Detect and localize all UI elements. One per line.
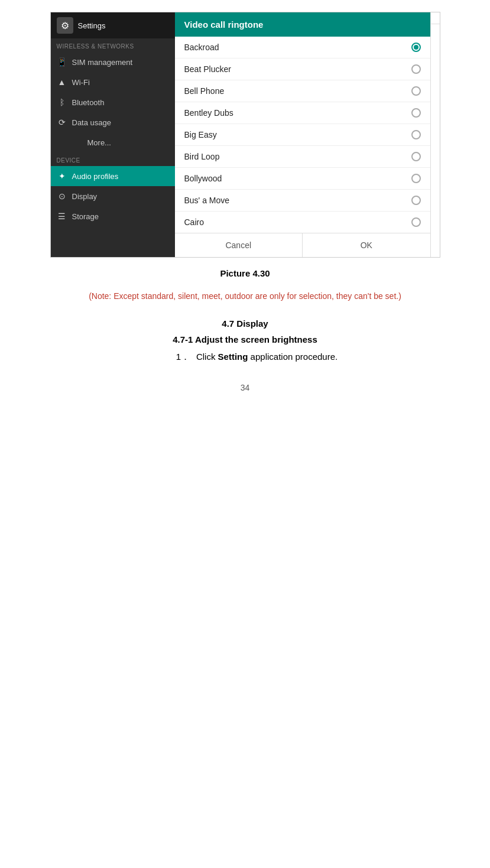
- radio-birdloop[interactable]: [411, 152, 421, 161]
- sidebar-item-label-storage: Storage: [72, 212, 99, 221]
- ringtone-name-busamove: Bus' a Move: [184, 196, 230, 205]
- ringtone-name-bigeasy: Big Easy: [184, 130, 217, 139]
- ringtone-item-busamove[interactable]: Bus' a Move: [175, 190, 430, 212]
- sidebar-title: Settings: [78, 21, 106, 30]
- caption-area: Picture 4.30: [50, 268, 440, 278]
- ringtone-name-beatplucker: Beat Plucker: [184, 64, 231, 74]
- sidebar-item-label-data: Data usage: [72, 118, 112, 127]
- sidebar-item-display[interactable]: ⊙ Display: [51, 186, 175, 206]
- radio-bollywood[interactable]: [411, 174, 421, 183]
- ringtone-item-cairo[interactable]: Cairo: [175, 212, 430, 233]
- caption-text: Picture 4.30: [220, 268, 270, 278]
- radio-cairo[interactable]: [411, 217, 421, 227]
- sidebar-item-audio[interactable]: ✦ Audio profiles: [51, 166, 175, 186]
- wifi-icon: ▲: [57, 77, 67, 87]
- sidebar-item-label-audio: Audio profiles: [72, 172, 119, 181]
- sidebar-item-label-wifi: Wi-Fi: [72, 78, 90, 87]
- bluetooth-icon: ᛒ: [57, 97, 67, 108]
- ringtone-name-bellphone: Bell Phone: [184, 86, 225, 96]
- sidebar: ⚙ Settings WIRELESS & NETWORKS 📱 SIM man…: [51, 12, 175, 257]
- radio-bellphone[interactable]: [411, 86, 421, 96]
- section-device-label: DEVICE: [51, 152, 175, 166]
- more-icon: [72, 137, 83, 148]
- data-icon: ⟳: [57, 117, 67, 128]
- step-1: 1． Click Setting application procedure.: [176, 352, 338, 363]
- sidebar-item-bluetooth[interactable]: ᛒ Bluetooth: [51, 92, 175, 112]
- sidebar-item-label-display: Display: [72, 192, 98, 201]
- sidebar-item-data[interactable]: ⟳ Data usage: [51, 112, 175, 132]
- settings-icon: ⚙: [57, 17, 73, 34]
- step1-bold-setting: Setting: [218, 352, 248, 362]
- sidebar-item-label-bluetooth: Bluetooth: [72, 98, 105, 107]
- sidebar-item-more[interactable]: More...: [51, 132, 175, 152]
- display-icon: ⊙: [57, 191, 67, 201]
- audio-icon: ✦: [57, 171, 67, 181]
- radio-bigeasy[interactable]: [411, 130, 421, 139]
- page-number: 34: [241, 383, 250, 392]
- radio-backroad[interactable]: [411, 43, 421, 52]
- dialog-panel: Video call ringtone Backroad Beat Plucke…: [175, 12, 430, 257]
- cancel-button[interactable]: Cancel: [175, 233, 303, 257]
- radio-beatplucker[interactable]: [411, 64, 421, 74]
- section-47-heading: 4.7 Display: [222, 318, 268, 329]
- radio-busamove[interactable]: [411, 196, 421, 205]
- sidebar-item-wifi[interactable]: ▲ Wi-Fi: [51, 72, 175, 92]
- right-border-strip: [430, 12, 440, 257]
- step-number: 1．: [176, 352, 194, 363]
- ringtone-name-bentleydubs: Bentley Dubs: [184, 108, 233, 118]
- sidebar-item-storage[interactable]: ☰ Storage: [51, 206, 175, 226]
- storage-icon: ☰: [57, 211, 67, 222]
- sim-icon: 📱: [57, 57, 67, 67]
- dialog-title: Video call ringtone: [175, 12, 430, 37]
- ringtone-name-backroad: Backroad: [184, 43, 219, 52]
- sidebar-item-label-sim: SIM management: [72, 58, 133, 67]
- sidebar-item-sim[interactable]: 📱 SIM management: [51, 52, 175, 72]
- sidebar-item-label-more: More...: [87, 138, 111, 147]
- ringtone-name-bollywood: Bollywood: [184, 174, 222, 183]
- section-471-heading: 4.7-1 Adjust the screen brightness: [173, 334, 317, 344]
- ringtone-list: Backroad Beat Plucker Bell Phone Bentley…: [175, 37, 430, 233]
- note-text: (Note: Except standard, silent, meet, ou…: [89, 291, 401, 301]
- step1-suffix: application procedure.: [248, 352, 338, 362]
- ringtone-item-bollywood[interactable]: Bollywood: [175, 168, 430, 190]
- section-wireless-label: WIRELESS & NETWORKS: [51, 38, 175, 52]
- sidebar-header: ⚙ Settings: [51, 12, 175, 38]
- ok-button[interactable]: OK: [302, 233, 430, 257]
- screenshot: ⚙ Settings WIRELESS & NETWORKS 📱 SIM man…: [50, 12, 440, 258]
- ringtone-item-bellphone[interactable]: Bell Phone: [175, 80, 430, 102]
- ringtone-item-backroad[interactable]: Backroad: [175, 37, 430, 58]
- ringtone-name-birdloop: Bird Loop: [184, 152, 220, 161]
- dialog-buttons: Cancel OK: [175, 233, 430, 257]
- ringtone-item-bigeasy[interactable]: Big Easy: [175, 124, 430, 146]
- ringtone-item-birdloop[interactable]: Bird Loop: [175, 146, 430, 168]
- right-border-top: [431, 12, 440, 24]
- radio-bentleydubs[interactable]: [411, 108, 421, 118]
- ringtone-name-cairo: Cairo: [184, 217, 204, 227]
- ringtone-item-bentleydubs[interactable]: Bentley Dubs: [175, 102, 430, 124]
- ringtone-item-beatplucker[interactable]: Beat Plucker: [175, 58, 430, 80]
